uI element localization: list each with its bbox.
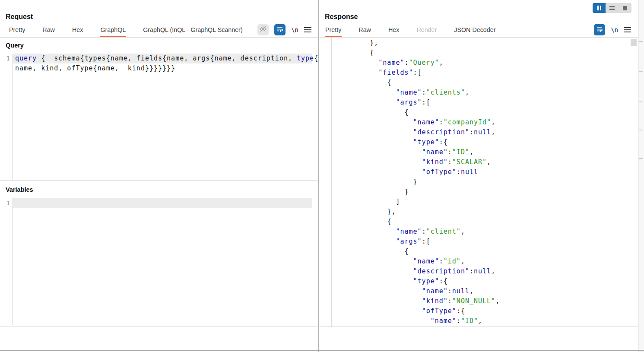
response-panel: Response PrettyRawHexRenderJSON Decoder … — [320, 0, 638, 352]
scroll-marker — [639, 130, 643, 130]
json-line: { — [335, 217, 630, 227]
tab-graphql-inql-graphql-scanner[interactable]: GraphQL (InQL - GraphQL Scanner) — [143, 25, 243, 36]
scroll-marker — [639, 158, 643, 159]
gutter-divider — [12, 54, 13, 180]
hide-nonprintable-button[interactable] — [257, 24, 269, 35]
json-line: "ofType":{ — [335, 306, 630, 316]
query-label: Query — [6, 42, 24, 49]
json-line: "kind":"SCALAR", — [335, 157, 630, 167]
panel-divider[interactable] — [318, 0, 319, 352]
json-line: }, — [335, 207, 630, 217]
json-line: { — [335, 78, 630, 88]
show-newlines-button[interactable]: \n — [611, 26, 618, 33]
response-body[interactable]: }, { "name":"Query", "fields":[ { "name"… — [331, 38, 638, 327]
code-line: name, kind, ofType{name, kind}}}}}}} — [13, 63, 312, 73]
response-search-bar: ? ⚙ ← → 0 highlights — [320, 327, 638, 350]
json-line: "type":{ — [335, 137, 630, 147]
tab-raw[interactable]: Raw — [42, 25, 55, 36]
request-tab-icons: \n — [257, 24, 311, 36]
code-line: 1query {__schema{types{name, fields{name… — [13, 54, 312, 63]
gutter-divider — [12, 198, 13, 325]
rows-layout-icon — [609, 6, 615, 10]
variables-editor[interactable]: 1 — [0, 198, 318, 325]
json-line: }, — [335, 38, 630, 48]
response-tabs: PrettyRawHexRenderJSON Decoder — [320, 25, 638, 37]
word-wrap-button[interactable] — [594, 24, 605, 35]
layout-single-button[interactable] — [619, 3, 631, 13]
tab-hex[interactable]: Hex — [72, 25, 83, 36]
scroll-marker — [639, 71, 643, 72]
word-wrap-button[interactable] — [274, 24, 286, 35]
word-wrap-icon — [276, 25, 283, 34]
request-search-bar: ? ⚙ ← → 0 highlights — [0, 327, 318, 350]
json-line: "ofType":null — [335, 167, 630, 177]
tab-pretty[interactable]: Pretty — [9, 25, 25, 36]
request-tab-separator — [0, 37, 318, 38]
tab-graphql[interactable]: GraphQL — [100, 25, 126, 38]
scroll-marker — [639, 101, 643, 102]
json-line: { — [335, 108, 630, 117]
tab-hex[interactable]: Hex — [388, 25, 400, 36]
scrollbar-thumb[interactable] — [631, 39, 637, 46]
layout-rows-button[interactable] — [606, 3, 619, 13]
json-line: "name":"companyId", — [335, 117, 630, 127]
query-code: 1query {__schema{types{name, fields{name… — [0, 54, 318, 73]
tab-raw[interactable]: Raw — [358, 25, 371, 36]
json-line: { — [335, 48, 630, 58]
json-line: "type":{ — [335, 276, 630, 286]
layout-controls — [593, 3, 631, 13]
scroll-marker — [639, 41, 643, 42]
json-line: "name":"client", — [335, 227, 630, 237]
hamburger-icon[interactable] — [304, 27, 311, 32]
response-title: Response — [325, 13, 358, 21]
json-line: "description":null, — [335, 266, 630, 276]
response-tab-icons: \n — [594, 24, 631, 36]
json-line: "name":"Query", — [335, 58, 630, 68]
request-panel: Request PrettyRawHexGraphQLGraphQL (InQL… — [0, 0, 318, 352]
json-line: "name":null, — [335, 286, 630, 296]
json-line: "fields":[ — [335, 68, 630, 78]
json-line: } — [335, 187, 630, 197]
request-title: Request — [6, 13, 33, 21]
query-variables-divider — [0, 180, 318, 181]
json-line: "name":"clients", — [335, 88, 630, 98]
show-newlines-button[interactable]: \n — [291, 26, 298, 33]
columns-layout-icon — [597, 6, 601, 10]
json-line: } — [335, 177, 630, 187]
eye-slash-icon — [259, 25, 267, 35]
json-line: "name":"ID", — [335, 147, 630, 157]
line-number: 1 — [3, 54, 10, 63]
tab-pretty[interactable]: Pretty — [325, 25, 342, 38]
window-bottom-edge — [0, 350, 644, 351]
variables-label: Variables — [6, 186, 33, 193]
line-number: 1 — [3, 198, 10, 208]
json-line: "args":[ — [335, 237, 630, 247]
query-editor[interactable]: 1query {__schema{types{name, fields{name… — [0, 54, 318, 180]
single-layout-icon — [623, 6, 627, 10]
layout-columns-button[interactable] — [593, 3, 606, 13]
json-line: "kind":"NON_NULL", — [335, 296, 630, 306]
json-line: ] — [335, 197, 630, 207]
tab-render[interactable]: Render — [416, 25, 437, 36]
json-line: { — [335, 247, 630, 257]
json-line: "args":[ — [335, 98, 630, 108]
burp-repeater-view: Request PrettyRawHexGraphQLGraphQL (InQL… — [0, 0, 644, 352]
hamburger-icon[interactable] — [624, 27, 631, 32]
tab-json-decoder[interactable]: JSON Decoder — [454, 25, 496, 36]
collapsed-inspector-strip[interactable] — [638, 0, 644, 352]
json-line: "description":null, — [335, 127, 630, 137]
word-wrap-icon — [596, 25, 603, 34]
variables-code: 1 — [0, 198, 318, 208]
json-line: "name":"ID", — [335, 316, 630, 326]
code-line: 1 — [13, 198, 312, 208]
json-line: "name":"id", — [335, 257, 630, 266]
response-json: }, { "name":"Query", "fields":[ { "name"… — [335, 38, 630, 327]
